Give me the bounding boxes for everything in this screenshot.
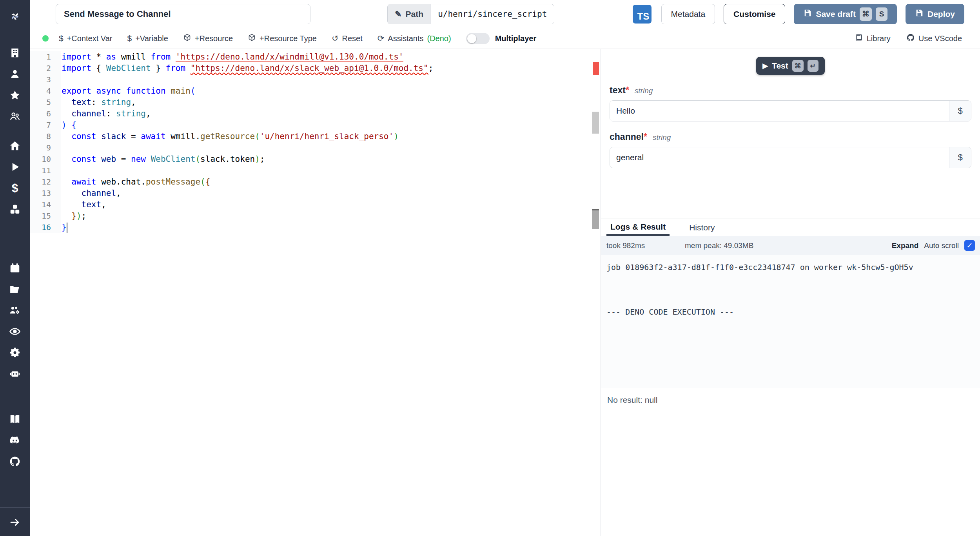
deploy-label: Deploy <box>927 9 955 19</box>
save-icon <box>915 9 924 19</box>
runs-play-icon[interactable] <box>0 156 30 177</box>
tab-history[interactable]: History <box>685 219 719 236</box>
path-group: ✎ Path u/henri/sincere_script <box>387 4 554 24</box>
dollar-icon: $ <box>127 34 132 43</box>
arg-field-channel: channel* string $ <box>601 132 980 168</box>
windmill-logo-icon[interactable] <box>0 5 30 27</box>
path-value[interactable]: u/henri/sincere_script <box>430 4 554 24</box>
multiplayer-toggle[interactable] <box>466 33 490 44</box>
code-editor[interactable]: 1import * as wmill from 'https://deno.la… <box>30 49 601 536</box>
settings-gear-icon[interactable] <box>0 342 30 363</box>
left-sidebar: $ <box>0 0 30 536</box>
error-marker <box>593 62 599 75</box>
expand-button[interactable]: Expand <box>892 241 919 250</box>
workspace-building-icon[interactable] <box>0 42 30 63</box>
result-output: No result: null <box>601 388 980 412</box>
typescript-badge: TS <box>633 5 652 24</box>
assistants-lang-label: (Deno) <box>427 34 451 43</box>
reset-label: Reset <box>342 34 363 43</box>
groups-icon[interactable] <box>0 106 30 127</box>
add-resource-type-button[interactable]: +Resource Type <box>248 33 317 43</box>
path-label: Path <box>406 9 424 19</box>
insert-variable-button[interactable]: $ <box>949 101 971 121</box>
top-bar: ✎ Path u/henri/sincere_script TS Metadat… <box>30 0 980 28</box>
save-draft-label: Save draft <box>816 9 856 19</box>
autoscroll-checkbox[interactable]: ✓ <box>964 240 975 251</box>
sidebar-divider <box>0 507 30 508</box>
package-icon <box>183 33 191 43</box>
arg-name: channel <box>610 132 644 142</box>
save-icon <box>803 9 812 19</box>
status-dot <box>42 35 49 42</box>
discord-icon[interactable] <box>0 430 30 451</box>
scrollbar-thumb[interactable] <box>592 112 599 134</box>
resources-cubes-icon[interactable] <box>0 199 30 220</box>
reset-icon: ↺ <box>332 34 339 43</box>
insert-variable-button[interactable]: $ <box>949 147 971 168</box>
favorites-star-icon[interactable] <box>0 85 30 106</box>
run-stats-bar: took 982ms mem peak: 49.03MB Expand Auto… <box>601 236 980 255</box>
variables-dollar-icon[interactable]: $ <box>0 177 30 199</box>
s-key-badge: S <box>876 7 887 21</box>
scrollbar-thumb[interactable] <box>592 209 599 229</box>
add-variable-button[interactable]: $ +Variable <box>127 34 168 43</box>
resource-type-label: +Resource Type <box>260 34 317 43</box>
save-draft-button[interactable]: Save draft ⌘ S <box>794 4 897 24</box>
autoscroll-label: Auto scroll <box>924 241 959 250</box>
metadata-label: Metadata <box>671 9 706 19</box>
test-label: Test <box>772 61 788 71</box>
required-asterisk: * <box>626 85 629 95</box>
required-asterisk: * <box>644 132 647 142</box>
library-button[interactable]: Library <box>855 33 891 43</box>
collapse-arrow-icon[interactable] <box>0 512 30 533</box>
refresh-icon: ⟳ <box>377 34 385 43</box>
book-icon <box>855 33 863 43</box>
metadata-button[interactable]: Metadata <box>661 4 715 24</box>
workers-icon[interactable] <box>0 300 30 321</box>
cmd-key-badge: ⌘ <box>792 60 804 72</box>
editor-toolbar: $ +Context Var $ +Variable +Resource +Re… <box>30 28 980 49</box>
github-icon[interactable] <box>0 451 30 472</box>
package-icon <box>248 33 256 43</box>
context-var-label: +Context Var <box>67 34 113 43</box>
windmill-script-editor: $ <box>0 0 980 536</box>
tab-logs-result[interactable]: Logs & Result <box>606 219 670 236</box>
play-icon: ▶ <box>762 62 768 70</box>
audit-eye-icon[interactable] <box>0 321 30 342</box>
add-context-var-button[interactable]: $ +Context Var <box>59 34 113 43</box>
variable-label: +Variable <box>135 34 168 43</box>
script-title-input[interactable] <box>56 4 310 24</box>
arg-field-text: text* string $ <box>601 85 980 121</box>
arg-type: string <box>635 87 653 95</box>
enter-key-badge: ↵ <box>808 60 818 72</box>
add-resource-button[interactable]: +Resource <box>183 33 233 43</box>
channel-arg-input[interactable] <box>610 147 949 168</box>
docs-book-icon[interactable] <box>0 409 30 430</box>
log-output: job 018963f2-a317-d81f-f1f0-e3cc23418747… <box>601 255 980 388</box>
duration-stat: took 982ms <box>606 241 685 250</box>
deploy-button[interactable]: Deploy <box>906 4 964 24</box>
test-button[interactable]: ▶ Test ⌘ ↵ <box>756 57 824 75</box>
cmd-key-badge: ⌘ <box>860 7 872 21</box>
multiplayer-label: Multiplayer <box>495 34 537 43</box>
text-arg-input[interactable] <box>610 101 949 121</box>
home-icon[interactable] <box>0 135 30 156</box>
user-icon[interactable] <box>0 63 30 85</box>
library-label: Library <box>867 34 891 43</box>
edit-path-button[interactable]: ✎ Path <box>388 4 430 24</box>
reset-button[interactable]: ↺ Reset <box>332 34 363 43</box>
schedules-calendar-icon[interactable] <box>0 257 30 279</box>
folders-icon[interactable] <box>0 279 30 300</box>
assistants-button[interactable]: ⟳ Assistants (Deno) <box>377 34 451 43</box>
use-vscode-button[interactable]: Use VScode <box>906 33 962 44</box>
memory-stat: mem peak: 49.03MB <box>685 241 753 250</box>
customise-label: Customise <box>733 9 775 19</box>
results-section: Logs & Result History took 982ms mem pea… <box>601 219 980 536</box>
dollar-icon: $ <box>59 34 64 43</box>
github-icon <box>906 33 915 44</box>
robot-icon[interactable] <box>0 363 30 384</box>
customise-button[interactable]: Customise <box>724 4 785 24</box>
results-tabbar: Logs & Result History <box>601 219 980 236</box>
editor-scrollbar[interactable] <box>591 49 600 536</box>
code-lines: 1import * as wmill from 'https://deno.la… <box>30 49 601 233</box>
